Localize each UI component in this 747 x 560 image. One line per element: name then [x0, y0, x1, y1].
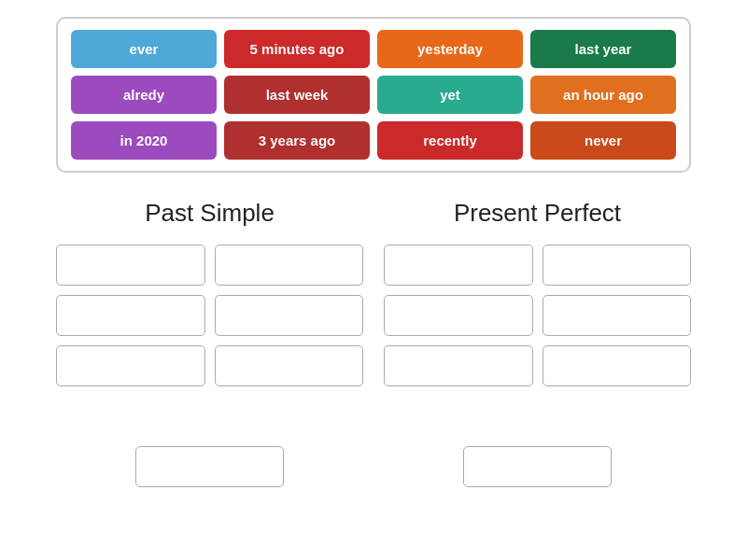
drop-box[interactable]	[384, 295, 533, 336]
drop-box[interactable]	[215, 295, 364, 336]
past-simple-grid	[56, 245, 363, 437]
word-chip-an-hour-ago[interactable]: an hour ago	[530, 76, 676, 114]
drop-box[interactable]	[56, 245, 205, 286]
present-perfect-category: Present Perfect	[384, 199, 691, 487]
word-chip-never[interactable]: never	[530, 121, 676, 160]
bottom-section: Past Simple Present Perfect	[0, 199, 747, 487]
word-chip-alredy[interactable]: alredy	[71, 76, 217, 114]
drop-box[interactable]	[384, 245, 533, 286]
drop-box[interactable]	[463, 446, 613, 487]
word-chip-recently[interactable]: recently	[377, 121, 523, 160]
drop-box[interactable]	[56, 345, 205, 386]
drop-box[interactable]	[543, 295, 692, 336]
past-simple-category: Past Simple	[56, 199, 363, 487]
present-perfect-grid	[384, 245, 691, 437]
drop-box[interactable]	[215, 245, 364, 286]
drop-box[interactable]	[56, 295, 205, 336]
present-perfect-title: Present Perfect	[384, 199, 691, 228]
word-chip-3-years-ago[interactable]: 3 years ago	[224, 121, 370, 160]
past-simple-title: Past Simple	[56, 199, 363, 228]
word-chip-last-week[interactable]: last week	[224, 76, 370, 114]
drop-box[interactable]	[384, 345, 533, 386]
word-chip-last-year[interactable]: last year	[530, 30, 676, 68]
word-chip-yesterday[interactable]: yesterday	[377, 30, 523, 68]
word-chip-5-minutes-ago[interactable]: 5 minutes ago	[224, 30, 370, 68]
top-panel: ever5 minutes agoyesterdaylast yearalred…	[56, 17, 691, 173]
drop-box[interactable]	[543, 345, 692, 386]
word-chip-ever[interactable]: ever	[71, 30, 217, 68]
drop-box[interactable]	[215, 345, 364, 386]
drop-box[interactable]	[543, 245, 692, 286]
word-chip-yet[interactable]: yet	[377, 76, 523, 114]
drop-box[interactable]	[135, 446, 285, 487]
word-chip-in-2020[interactable]: in 2020	[71, 121, 217, 160]
